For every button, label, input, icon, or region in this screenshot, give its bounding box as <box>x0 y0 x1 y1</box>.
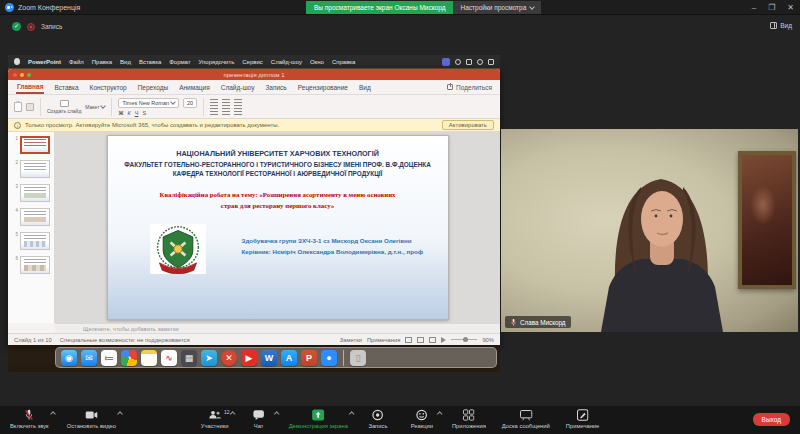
slide-thumbnail-4[interactable]: 4 <box>12 208 54 226</box>
zoom-slider[interactable] <box>451 339 477 340</box>
record-button[interactable]: Запись <box>364 409 392 429</box>
chevron-up-icon[interactable] <box>349 411 355 417</box>
tab-slideshow[interactable]: Слайд-шоу <box>220 82 256 93</box>
font-name-select[interactable]: Times New Roman <box>118 98 179 108</box>
menu-item-insert[interactable]: Вставка <box>139 59 161 65</box>
align-right-icon[interactable] <box>222 108 230 115</box>
align-left-icon[interactable] <box>234 99 242 106</box>
license-notice-bar: i Только просмотр. Активируйте Microsoft… <box>8 119 500 132</box>
apps-button[interactable]: Приложения <box>452 409 486 429</box>
tab-view[interactable]: Вид <box>358 82 372 93</box>
dock-icon-reminders[interactable]: ≔ <box>101 350 117 366</box>
menu-item-window[interactable]: Окно <box>310 59 324 65</box>
menu-item-app[interactable]: PowerPoint <box>28 59 61 65</box>
encryption-shield-icon[interactable]: ✓ <box>12 22 21 31</box>
chevron-up-icon[interactable] <box>230 411 236 417</box>
tab-home[interactable]: Главная <box>16 81 44 94</box>
menu-item-edit[interactable]: Правка <box>92 59 112 65</box>
menu-item-tools[interactable]: Сервис <box>242 59 263 65</box>
menu-item-help[interactable]: Справка <box>332 59 356 65</box>
bullet-list-icon[interactable] <box>210 99 218 106</box>
participant-video-tile[interactable]: Слава Мискорд <box>501 129 798 332</box>
tab-design[interactable]: Конструктор <box>89 82 128 93</box>
leave-meeting-button[interactable]: Выход <box>753 413 790 426</box>
layout-button[interactable]: Макет <box>85 104 105 110</box>
participants-button[interactable]: 12 Участники <box>201 409 229 429</box>
dock-icon-powerpoint[interactable]: P <box>301 350 317 366</box>
stop-video-button[interactable]: Остановить видео <box>67 409 116 429</box>
tab-transitions[interactable]: Переходы <box>137 82 170 93</box>
battery-icon[interactable] <box>466 59 472 65</box>
slide-sorter-icon[interactable] <box>417 337 424 343</box>
align-center-icon[interactable] <box>210 108 218 115</box>
dock-icon-youtube[interactable]: ▶ <box>241 350 257 366</box>
comments-toggle[interactable]: Примечания <box>367 337 400 343</box>
numbered-list-icon[interactable] <box>222 99 230 106</box>
tab-review[interactable]: Рецензирование <box>297 82 349 93</box>
tab-animations[interactable]: Анимация <box>178 82 211 93</box>
dock-icon-zoom[interactable]: ● <box>321 350 337 366</box>
tab-record[interactable]: Запись <box>264 82 287 93</box>
menu-item-view[interactable]: Вид <box>120 59 131 65</box>
menu-item-file[interactable]: Файл <box>69 59 84 65</box>
apple-icon[interactable] <box>14 58 20 65</box>
slideshow-icon[interactable] <box>441 337 446 343</box>
dock-icon-telegram[interactable]: ➤ <box>201 350 217 366</box>
line-spacing-icon[interactable] <box>234 108 242 115</box>
dock-icon-graph-app[interactable]: ∿ <box>161 350 177 366</box>
whiteboard-button[interactable]: Доска сообщений <box>502 409 550 429</box>
notes-toggle[interactable]: Заметки <box>340 337 362 343</box>
control-center-icon[interactable] <box>488 59 494 65</box>
normal-view-icon[interactable] <box>405 337 412 343</box>
share-screen-button[interactable]: Демонстрация экрана <box>289 409 348 429</box>
close-button[interactable]: ✕ <box>787 3 794 12</box>
input-source-icon[interactable] <box>442 58 450 66</box>
dock-icon-adobe[interactable]: ✕ <box>221 350 237 366</box>
share-button[interactable]: Поделиться <box>447 84 492 91</box>
dock-icon-safari[interactable]: ◉ <box>61 350 77 366</box>
slide-thumbnail-1[interactable]: 1 <box>12 136 54 154</box>
view-options-button[interactable]: Настройки просмотра <box>453 1 541 14</box>
dock-icon-trash[interactable]: ▯ <box>350 350 366 366</box>
paste-icon[interactable] <box>14 102 22 112</box>
notes-pane[interactable]: Щелкните, чтобы добавить заметки <box>55 323 500 333</box>
dock-icon-launchpad[interactable]: ▦ <box>181 350 197 366</box>
slide-thumbnail-3[interactable]: 3 <box>12 184 54 202</box>
font-size-select[interactable]: 20 <box>183 98 197 108</box>
minimize-button[interactable]: – <box>752 3 756 12</box>
chevron-up-icon[interactable] <box>274 411 280 417</box>
underline-button[interactable]: Ч <box>135 110 139 116</box>
chat-button[interactable]: Чат <box>245 409 273 429</box>
dock-icon-notes[interactable] <box>141 350 157 366</box>
dock-icon-word[interactable]: W <box>261 350 277 366</box>
italic-button[interactable]: К <box>127 110 130 116</box>
slide-thumbnail-5[interactable]: 5 <box>12 232 54 250</box>
slide-thumbnail-2[interactable]: 2 <box>12 160 54 178</box>
new-slide-button[interactable]: Создать слайд <box>47 100 81 114</box>
strikethrough-button[interactable]: S <box>142 110 146 116</box>
dock-icon-app-store[interactable]: A <box>281 350 297 366</box>
wifi-icon[interactable] <box>455 59 461 65</box>
activate-button[interactable]: Активировать <box>442 120 494 130</box>
chevron-up-icon[interactable] <box>117 411 123 417</box>
view-button[interactable]: Вид <box>770 22 792 29</box>
format-painter-icon[interactable] <box>26 103 34 111</box>
dock-icon-chrome[interactable]: ◔ <box>121 350 137 366</box>
tab-insert[interactable]: Вставка <box>53 82 79 93</box>
slide-thumbnail-6[interactable]: 6 <box>12 256 54 274</box>
menu-item-slideshow[interactable]: Слайд-шоу <box>271 59 302 65</box>
chevron-down-icon <box>170 99 176 105</box>
annotate-button[interactable]: Примечание <box>566 409 600 429</box>
title-slide[interactable]: НАЦІОНАЛЬНИЙ УНІВЕРСИТЕТ ХАРЧОВИХ ТЕХНОЛ… <box>107 135 449 320</box>
chevron-up-icon[interactable] <box>50 411 56 417</box>
dock-icon-mail[interactable]: ✉ <box>81 350 97 366</box>
bold-button[interactable]: Ж <box>118 110 123 116</box>
reactions-button[interactable]: Реакции <box>408 409 436 429</box>
unmute-button[interactable]: Включить звук <box>10 409 49 429</box>
chevron-up-icon[interactable] <box>437 411 443 417</box>
search-icon[interactable] <box>477 59 483 65</box>
menu-item-arrange[interactable]: Упорядочить <box>199 59 235 65</box>
reading-view-icon[interactable] <box>429 337 436 343</box>
maximize-button[interactable]: ❐ <box>768 3 775 12</box>
menu-item-format[interactable]: Формат <box>169 59 190 65</box>
